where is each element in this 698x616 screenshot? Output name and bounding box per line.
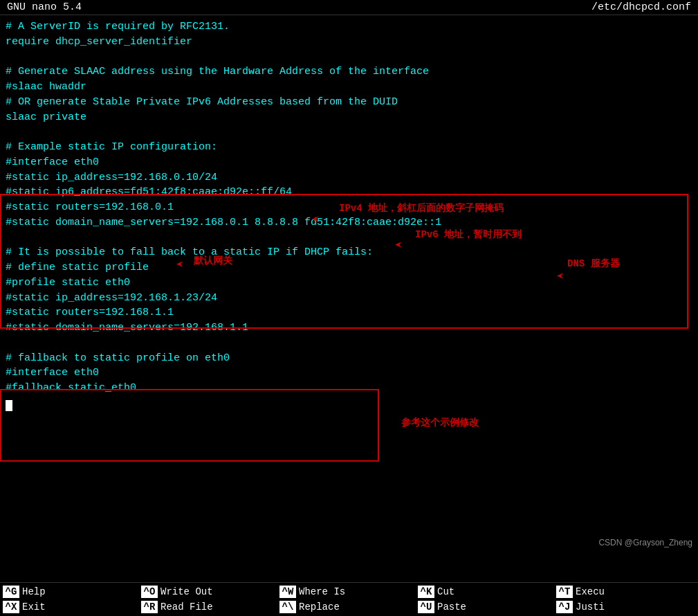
shortcut-replace: ^\ Replace xyxy=(277,601,415,613)
shortcut-help: ^G Help xyxy=(0,586,138,598)
watermark: CSDN @Grayson_Zheng xyxy=(598,538,692,547)
annotation-gateway: 默认网关 xyxy=(194,255,232,267)
annotation-ipv6: IPv6 地址，暂时用不到 xyxy=(415,228,522,241)
line-2: require dhcp_server_identifier xyxy=(6,35,692,50)
label-writeout: Write Out xyxy=(160,586,213,597)
key-paste: ^U xyxy=(418,601,434,613)
arrow-gateway: ➤ xyxy=(176,256,183,271)
line-10: #interface eth0 xyxy=(6,155,692,170)
line-23: # fallback to static profile on eth0 xyxy=(6,351,692,366)
shortcut-row-1: ^G Help ^O Write Out ^W Where Is ^K Cut … xyxy=(0,584,698,599)
key-execute: ^T xyxy=(556,586,573,598)
label-replace: Replace xyxy=(299,601,340,613)
key-whereis: ^W xyxy=(279,586,296,598)
key-exit: ^X xyxy=(3,601,19,613)
line-22 xyxy=(6,336,692,351)
label-justify: Justi xyxy=(576,601,605,613)
key-cut: ^K xyxy=(418,586,434,598)
terminal: GNU nano 5.4 /etc/dhcpcd.conf # A Server… xyxy=(0,0,698,616)
line-19: #static ip_address=192.168.1.23/24 xyxy=(6,291,692,306)
line-9: # Example static IP configuration: xyxy=(6,140,692,155)
title-bar: GNU nano 5.4 /etc/dhcpcd.conf xyxy=(0,0,698,15)
key-justify: ^J xyxy=(556,601,573,613)
shortcut-paste: ^U Paste xyxy=(415,601,553,613)
annotation-example: 参考这个示例修改 xyxy=(401,417,479,429)
app-title: GNU nano 5.4 xyxy=(7,1,82,13)
shortcut-whereis: ^W Where Is xyxy=(277,586,415,598)
line-25: #fallback static_eth0 xyxy=(6,381,692,396)
shortcut-cut: ^K Cut xyxy=(415,586,553,598)
line-21: #static domain_name_servers=192.168.1.1 xyxy=(6,320,692,336)
label-exit: Exit xyxy=(22,601,46,613)
line-5: #slaac hwaddr xyxy=(6,80,692,95)
label-paste: Paste xyxy=(437,601,466,613)
label-readfile: Read File xyxy=(160,601,213,613)
label-whereis: Where Is xyxy=(299,586,345,597)
line-15 xyxy=(6,230,692,246)
file-path: /etc/dhcpcd.conf xyxy=(591,1,691,13)
key-writeout: ^O xyxy=(141,586,158,598)
arrow-ipv4: ➤ xyxy=(311,211,319,226)
shortcut-justify: ^J Justi xyxy=(553,601,692,613)
label-execute: Execu xyxy=(576,586,605,597)
line-11: #static ip_address=192.168.0.10/24 xyxy=(6,170,692,185)
line-18: #profile static eth0 xyxy=(6,275,692,291)
line-4: # Generate SLAAC address using the Hardw… xyxy=(6,64,692,80)
key-help: ^G xyxy=(3,586,19,598)
line-20: #static routers=192.168.1.1 xyxy=(6,305,692,320)
content-area: # A ServerID is required by RFC2131. req… xyxy=(0,15,698,582)
label-help: Help xyxy=(22,586,46,597)
line-26 xyxy=(6,396,692,411)
key-readfile: ^R xyxy=(141,601,158,613)
status-bar: ^G Help ^O Write Out ^W Where Is ^K Cut … xyxy=(0,582,698,616)
line-14: #static domain_name_servers=192.168.0.1 … xyxy=(6,215,692,230)
line-6: # OR generate Stable Private IPv6 Addres… xyxy=(6,95,692,110)
line-7: slaac private xyxy=(6,110,692,125)
shortcut-execute: ^T Execu xyxy=(553,586,692,598)
shortcut-writeout: ^O Write Out xyxy=(138,586,277,598)
shortcut-exit: ^X Exit xyxy=(0,601,138,613)
line-1: # A ServerID is required by RFC2131. xyxy=(6,19,692,35)
arrow-ipv6: ➤ xyxy=(394,237,402,252)
key-replace: ^\ xyxy=(279,601,296,613)
shortcut-readfile: ^R Read File xyxy=(138,601,277,613)
annotation-dns: DNS 服务器 xyxy=(567,257,620,270)
line-24: #interface eth0 xyxy=(6,365,692,381)
line-3 xyxy=(6,50,692,65)
line-8 xyxy=(6,125,692,140)
arrow-dns: ➤ xyxy=(556,268,564,283)
line-12: #static ip6_address=fd51:42f8:caae:d92e:… xyxy=(6,185,692,200)
annotation-ipv4: IPv4 地址，斜杠后面的数字子网掩码 xyxy=(339,202,504,215)
label-cut: Cut xyxy=(437,586,454,597)
shortcut-row-2: ^X Exit ^R Read File ^\ Replace ^U Paste… xyxy=(0,599,698,615)
